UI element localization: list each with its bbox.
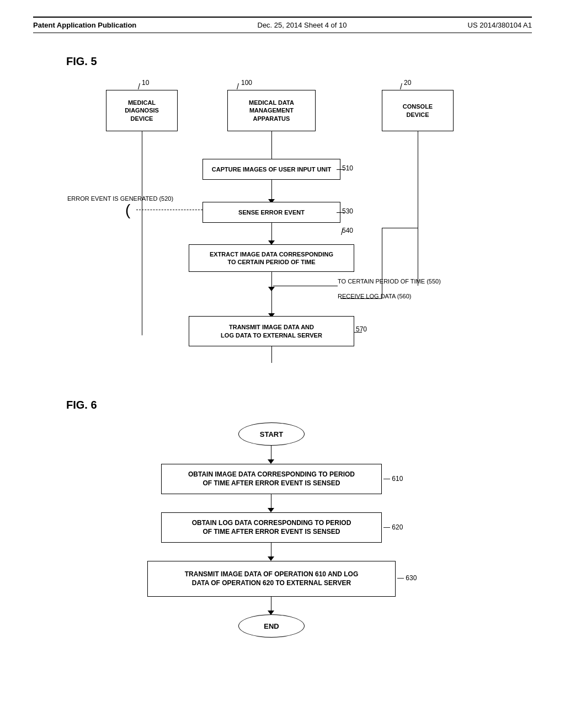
page-header: Patent Application Publication Dec. 25, … xyxy=(33,17,532,33)
fig6-diagram: START OBTAIN IMAGE DATA CORRESPONDING TO… xyxy=(117,417,448,704)
vline-570-end xyxy=(271,346,272,363)
vline-start-610 xyxy=(271,446,271,461)
step-510: 510 xyxy=(342,164,353,172)
arrowhead-620-630 xyxy=(268,556,274,561)
vline-610-620 xyxy=(271,494,271,510)
hline-510-arrow xyxy=(337,169,344,170)
arrowhead-610-620 xyxy=(268,508,274,512)
slash-540: / xyxy=(341,228,343,237)
vline-console-down xyxy=(382,228,382,298)
box-630: TRANSMIT IMAGE DATA OF OPERATION 610 AND… xyxy=(147,561,396,597)
vline-630-end xyxy=(271,597,271,612)
header-left: Patent Application Publication xyxy=(33,21,136,29)
box-570: TRANSMIT IMAGE DATA AND LOG DATA TO EXTE… xyxy=(189,316,354,346)
header-center: Dec. 25, 2014 Sheet 4 of 10 xyxy=(258,21,347,29)
box-medical-diagnosis: MEDICAL DIAGNOSIS DEVICE xyxy=(106,90,178,131)
hline-530-arrow xyxy=(337,212,344,213)
vline-console xyxy=(418,131,418,286)
step-530: 530 xyxy=(342,207,353,215)
ref100: 100 xyxy=(241,79,252,87)
slash-570: — xyxy=(354,327,362,336)
hline-550 xyxy=(273,286,338,286)
error-bracket: ( xyxy=(125,201,130,219)
box-530: SENSE ERROR EVENT xyxy=(202,202,340,223)
dashed-error-line xyxy=(136,210,202,210)
box-550-note: TO CERTAIN PERIOD OF TIME (550) xyxy=(338,277,448,286)
box-610: OBTAIN IMAGE DATA CORRESPONDING TO PERIO… xyxy=(161,464,382,494)
page: Patent Application Publication Dec. 25, … xyxy=(0,0,565,720)
hline-console-to-col xyxy=(382,228,418,228)
ref10: 10 xyxy=(142,79,149,87)
step-610: — 610 xyxy=(383,475,403,483)
vline-550-570 xyxy=(271,290,272,315)
box-510: CAPTURE IMAGES OF USER INPUT UNIT xyxy=(202,159,340,180)
fig5-label: FIG. 5 xyxy=(66,55,532,68)
box-console-device: CONSOLE DEVICE xyxy=(382,90,454,131)
step-620: — 620 xyxy=(383,523,403,531)
error-event-label: ERROR EVENT IS GENERATED (520) xyxy=(67,195,173,203)
box-medical-management: MEDICAL DATA MANAGEMENT APPARATUS xyxy=(227,90,316,131)
step-540-label: 540 xyxy=(342,227,353,234)
vline-mgmt-top xyxy=(271,131,272,159)
oval-end: END xyxy=(238,614,305,638)
box-540: EXTRACT IMAGE DATA CORRESPONDING TO CERT… xyxy=(189,244,354,272)
header-right: US 2014/380104 A1 xyxy=(468,21,532,29)
step-630: — 630 xyxy=(397,574,417,582)
arrowhead-start-610 xyxy=(268,459,274,464)
oval-start: START xyxy=(238,422,305,446)
ref20: 20 xyxy=(404,79,411,87)
box-620: OBTAIN LOG DATA CORRESPONDING TO PERIOD … xyxy=(161,512,382,543)
vline-medical xyxy=(142,131,142,335)
vline-620-630 xyxy=(271,543,271,558)
fig5-diagram: 10 100 20 / / / MEDICAL DIAGNOSIS DEVICE… xyxy=(45,73,520,366)
vline-540-550 xyxy=(271,272,272,288)
vline-530-540 xyxy=(271,223,272,242)
hline-560-from-console xyxy=(340,298,382,299)
fig6-label: FIG. 6 xyxy=(66,399,532,411)
vline-510-530 xyxy=(271,180,272,202)
